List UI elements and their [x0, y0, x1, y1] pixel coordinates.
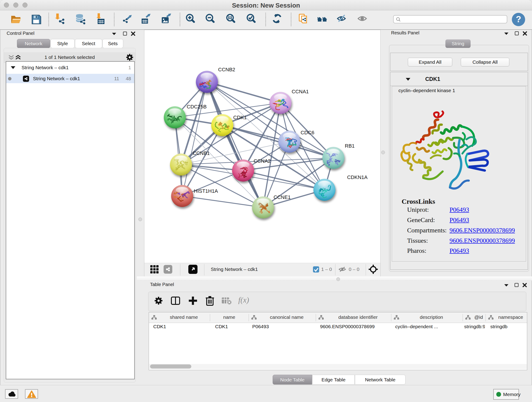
- svg-text:CCNA2: CCNA2: [254, 158, 271, 164]
- svg-text:CCNB2: CCNB2: [218, 67, 235, 72]
- svg-text:CDK1: CDK1: [233, 115, 247, 120]
- svg-text:CDKN1A: CDKN1A: [347, 174, 368, 180]
- svg-text:CDC6: CDC6: [301, 130, 314, 135]
- svg-text:HIST1H1A: HIST1H1A: [194, 188, 218, 194]
- svg-text:CCNA1: CCNA1: [292, 89, 309, 95]
- svg-text:CCNB1: CCNB1: [193, 150, 210, 156]
- svg-text:CCNE1: CCNE1: [273, 194, 291, 200]
- svg-text:CDC25B: CDC25B: [187, 104, 207, 109]
- svg-text:RB1: RB1: [345, 143, 355, 149]
